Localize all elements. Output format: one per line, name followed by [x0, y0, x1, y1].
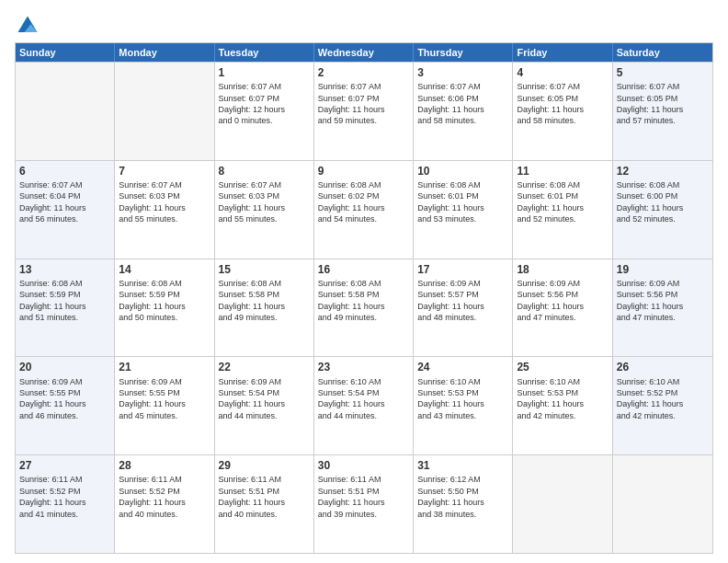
cal-cell: 31Sunrise: 6:12 AMSunset: 5:50 PMDayligh… — [414, 455, 513, 553]
cal-cell: 29Sunrise: 6:11 AMSunset: 5:51 PMDayligh… — [215, 455, 314, 553]
day-number: 1 — [219, 65, 310, 80]
cal-cell — [613, 455, 712, 553]
cell-text: Daylight: 11 hours — [517, 302, 584, 311]
cell-text: Daylight: 11 hours — [318, 203, 385, 213]
cal-cell — [513, 455, 612, 553]
day-number: 22 — [219, 360, 310, 374]
cal-cell: 27Sunrise: 6:11 AMSunset: 5:52 PMDayligh… — [16, 455, 115, 553]
cell-text: Daylight: 11 hours — [119, 399, 186, 408]
cell-text: Daylight: 11 hours — [318, 302, 385, 311]
cell-text: Sunset: 6:06 PM — [417, 94, 479, 103]
cell-text: Sunset: 5:50 PM — [417, 487, 479, 496]
cell-text: Sunset: 5:56 PM — [517, 290, 578, 299]
header-cell-friday: Friday — [513, 43, 612, 62]
cell-text: Sunset: 5:58 PM — [318, 290, 380, 299]
cell-text: Sunset: 6:01 PM — [517, 191, 578, 201]
day-number: 31 — [417, 458, 508, 473]
cell-text: and 59 minutes. — [318, 116, 377, 125]
cell-text: and 50 minutes. — [119, 313, 177, 322]
cal-cell: 15Sunrise: 6:08 AMSunset: 5:58 PMDayligh… — [215, 259, 314, 357]
cell-text: Sunrise: 6:07 AM — [318, 82, 381, 91]
cell-text: and 49 minutes. — [219, 313, 278, 322]
cell-text: Daylight: 11 hours — [119, 203, 186, 213]
cell-text: and 47 minutes. — [617, 313, 676, 322]
cell-text: Sunrise: 6:07 AM — [119, 180, 182, 190]
cell-text: Sunset: 6:07 PM — [318, 94, 380, 103]
cal-cell: 26Sunrise: 6:10 AMSunset: 5:52 PMDayligh… — [613, 357, 712, 454]
page: SundayMondayTuesdayWednesdayThursdayFrid… — [0, 0, 728, 563]
cell-text: and 43 minutes. — [417, 411, 476, 420]
cal-cell: 19Sunrise: 6:09 AMSunset: 5:56 PMDayligh… — [613, 259, 712, 357]
cell-text: Sunset: 6:03 PM — [219, 191, 280, 201]
cal-cell: 23Sunrise: 6:10 AMSunset: 5:54 PMDayligh… — [314, 357, 414, 454]
cell-text: Sunset: 5:51 PM — [219, 487, 280, 496]
cell-text: Sunset: 5:59 PM — [119, 290, 180, 299]
cal-cell: 17Sunrise: 6:09 AMSunset: 5:57 PMDayligh… — [414, 259, 513, 357]
cell-text: Sunset: 5:56 PM — [617, 290, 678, 299]
cell-text: and 49 minutes. — [318, 313, 377, 322]
cell-text: Sunrise: 6:08 AM — [318, 279, 381, 288]
cell-text: Sunset: 5:55 PM — [119, 388, 180, 397]
day-number: 18 — [517, 262, 608, 277]
week-row-0: 1Sunrise: 6:07 AMSunset: 6:07 PMDaylight… — [16, 62, 712, 160]
cell-text: Sunset: 5:59 PM — [19, 290, 81, 299]
cell-text: and 40 minutes. — [219, 510, 278, 519]
cell-text: Sunrise: 6:12 AM — [417, 475, 481, 484]
cell-text: Sunset: 6:07 PM — [219, 94, 280, 103]
cal-cell: 11Sunrise: 6:08 AMSunset: 6:01 PMDayligh… — [513, 161, 612, 259]
day-number: 29 — [219, 458, 310, 473]
day-number: 21 — [119, 360, 210, 374]
cell-text: Sunset: 5:53 PM — [517, 388, 578, 397]
cell-text: Sunrise: 6:11 AM — [219, 475, 282, 484]
cell-text: Sunrise: 6:08 AM — [219, 279, 282, 288]
cell-text: Sunrise: 6:08 AM — [19, 279, 83, 288]
day-number: 24 — [417, 360, 508, 374]
day-number: 30 — [318, 458, 409, 473]
cell-text: Daylight: 11 hours — [119, 302, 186, 311]
week-row-1: 6Sunrise: 6:07 AMSunset: 6:04 PMDaylight… — [16, 160, 712, 259]
header-cell-wednesday: Wednesday — [314, 43, 414, 62]
cell-text: Daylight: 11 hours — [219, 399, 286, 408]
cell-text: Sunrise: 6:09 AM — [517, 279, 580, 288]
day-number: 14 — [119, 262, 210, 277]
logo — [15, 13, 42, 39]
cell-text: and 57 minutes. — [617, 116, 676, 125]
day-number: 6 — [19, 164, 110, 178]
cell-text: Sunrise: 6:08 AM — [318, 180, 381, 190]
cal-cell: 16Sunrise: 6:08 AMSunset: 5:58 PMDayligh… — [314, 259, 414, 357]
cell-text: Sunset: 5:52 PM — [19, 487, 81, 496]
cell-text: Sunset: 6:00 PM — [617, 191, 678, 201]
cell-text: Daylight: 11 hours — [219, 203, 286, 213]
cell-text: Sunrise: 6:07 AM — [417, 82, 481, 91]
cal-cell: 3Sunrise: 6:07 AMSunset: 6:06 PMDaylight… — [414, 63, 513, 160]
cell-text: Sunrise: 6:07 AM — [219, 180, 282, 190]
cal-cell: 1Sunrise: 6:07 AMSunset: 6:07 PMDaylight… — [215, 63, 314, 160]
day-number: 15 — [219, 262, 310, 277]
cell-text: Sunrise: 6:08 AM — [617, 180, 680, 190]
day-number: 27 — [19, 458, 110, 473]
cell-text: Sunrise: 6:07 AM — [219, 82, 282, 91]
day-number: 5 — [617, 65, 709, 80]
cell-text: and 48 minutes. — [417, 313, 476, 322]
week-row-4: 27Sunrise: 6:11 AMSunset: 5:52 PMDayligh… — [16, 454, 712, 553]
cell-text: and 38 minutes. — [417, 510, 476, 519]
day-number: 2 — [318, 65, 409, 80]
header-cell-saturday: Saturday — [613, 43, 712, 62]
cell-text: and 55 minutes. — [119, 214, 177, 224]
cell-text: Daylight: 11 hours — [617, 399, 684, 408]
cell-text: Daylight: 12 hours — [219, 105, 286, 114]
cell-text: Daylight: 11 hours — [517, 399, 584, 408]
cell-text: Daylight: 11 hours — [617, 105, 684, 114]
header-cell-monday: Monday — [115, 43, 214, 62]
cal-cell: 20Sunrise: 6:09 AMSunset: 5:55 PMDayligh… — [16, 357, 115, 454]
day-number: 4 — [517, 65, 608, 80]
cell-text: Sunset: 6:05 PM — [617, 94, 678, 103]
cell-text: and 0 minutes. — [219, 116, 273, 125]
cell-text: Daylight: 11 hours — [417, 399, 484, 408]
cal-cell: 9Sunrise: 6:08 AMSunset: 6:02 PMDaylight… — [314, 161, 414, 259]
cal-cell: 5Sunrise: 6:07 AMSunset: 6:05 PMDaylight… — [613, 63, 712, 160]
cell-text: Daylight: 11 hours — [19, 302, 86, 311]
cell-text: Sunrise: 6:09 AM — [119, 377, 182, 386]
cell-text: Sunset: 5:54 PM — [318, 388, 380, 397]
cal-cell: 25Sunrise: 6:10 AMSunset: 5:53 PMDayligh… — [513, 357, 612, 454]
